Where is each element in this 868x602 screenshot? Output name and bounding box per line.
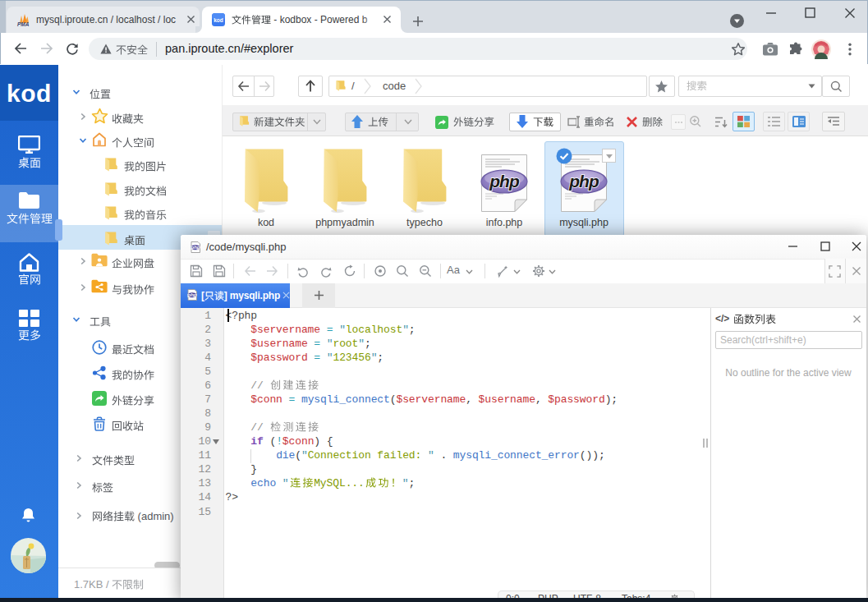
svg-text:kod: kod	[214, 17, 223, 23]
svg-text:php: php	[568, 172, 599, 191]
svg-text:php: php	[191, 245, 200, 250]
svg-text:php: php	[187, 292, 197, 297]
svg-text:PMA: PMA	[17, 21, 30, 27]
svg-text:php: php	[489, 172, 520, 191]
